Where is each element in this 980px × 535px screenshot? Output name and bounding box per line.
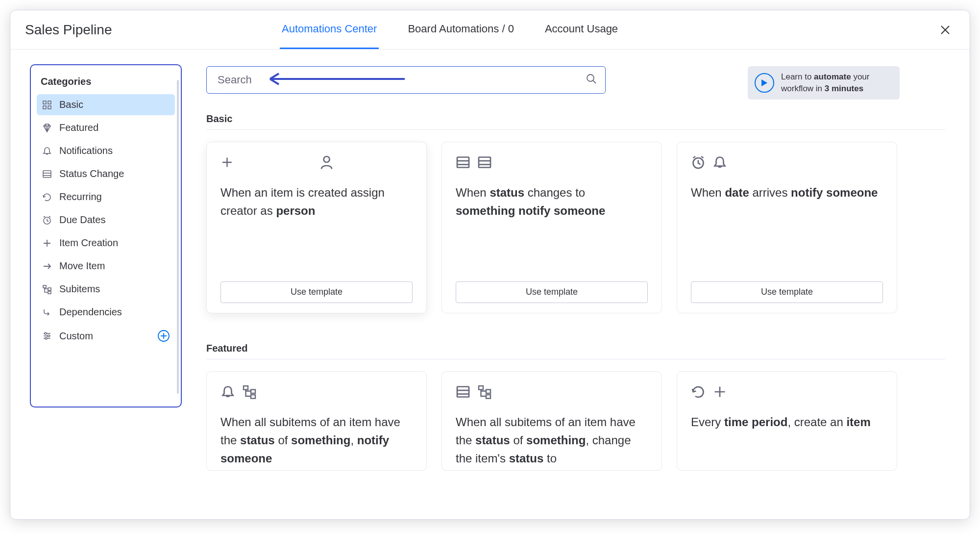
tab-account-usage[interactable]: Account Usage <box>543 10 620 49</box>
search-input[interactable] <box>206 66 606 94</box>
section-featured: Featured When all subitems of an item ha… <box>206 343 945 471</box>
t: of <box>275 433 291 447</box>
t: When <box>456 186 490 199</box>
svg-rect-10 <box>48 291 51 294</box>
card-icons <box>220 155 413 170</box>
template-card[interactable]: When all subitems of an item have the st… <box>441 371 662 471</box>
t: time period <box>724 415 787 429</box>
svg-point-12 <box>48 335 49 337</box>
section-title-featured: Featured <box>206 343 945 359</box>
search-wrap <box>206 66 606 94</box>
list-icon <box>477 155 492 170</box>
bell-icon <box>220 384 235 399</box>
tree-icon <box>42 284 52 295</box>
t: arrives <box>749 186 791 199</box>
sidebar-item-notifications[interactable]: Notifications <box>37 140 175 161</box>
t: item <box>846 415 870 429</box>
template-card[interactable]: When status changes to something notify … <box>441 142 662 313</box>
add-custom-icon[interactable] <box>157 330 170 342</box>
use-template-button[interactable]: Use template <box>456 281 648 303</box>
person-icon <box>241 155 413 170</box>
close-icon[interactable] <box>935 20 955 40</box>
card-icons <box>691 155 883 170</box>
bell-icon <box>42 146 52 156</box>
card-text: When status changes to something notify … <box>456 183 648 272</box>
use-template-button[interactable]: Use template <box>220 281 413 303</box>
card-text: When all subitems of an item have the st… <box>220 413 413 468</box>
svg-rect-9 <box>48 288 51 290</box>
search-icon <box>586 74 597 86</box>
t: changes to <box>524 186 585 199</box>
recurring-icon <box>42 192 52 203</box>
sidebar-item-item-creation[interactable]: Item Creation <box>37 232 175 254</box>
template-card[interactable]: When date arrives notify someone Use tem… <box>677 142 897 313</box>
sidebar-item-label: Custom <box>59 331 93 342</box>
t: When <box>691 186 725 199</box>
svg-rect-1 <box>48 101 51 104</box>
sidebar-item-due-dates[interactable]: Due Dates <box>37 209 175 230</box>
use-template-button[interactable]: Use template <box>691 281 883 303</box>
alarm-icon <box>691 155 706 170</box>
sidebar-item-label: Subitems <box>59 283 100 295</box>
t <box>550 204 554 217</box>
categories-sidebar: Categories Basic Featured <box>30 64 182 408</box>
promo-text: Learn to automate your workflow in 3 min… <box>781 71 869 95</box>
template-card[interactable]: When all subitems of an item have the st… <box>206 371 427 471</box>
tab-board-automations[interactable]: Board Automations / 0 <box>406 10 515 49</box>
sidebar-item-dependencies[interactable]: Dependencies <box>37 302 175 323</box>
sidebar-item-featured[interactable]: Featured <box>37 117 175 138</box>
svg-rect-4 <box>43 171 51 178</box>
sidebar-item-label: Basic <box>59 99 83 110</box>
alarm-icon <box>42 215 52 226</box>
svg-point-17 <box>323 156 329 162</box>
card-text: When date arrives notify someone <box>691 183 883 272</box>
t: status <box>490 186 524 199</box>
tree-icon <box>477 384 492 399</box>
t: to <box>543 452 557 465</box>
t: something <box>526 433 586 447</box>
sidebar-item-basic[interactable]: Basic <box>37 94 175 115</box>
template-card[interactable]: When an item is created assign creator a… <box>206 142 427 313</box>
template-card[interactable]: Every time period, create an item <box>677 371 897 471</box>
section-basic: Basic When an item is created assign cre… <box>206 113 945 313</box>
sidebar-item-subitems[interactable]: Subitems <box>37 279 175 300</box>
t: notify <box>791 186 823 199</box>
sidebar-scrollbar[interactable] <box>177 80 179 394</box>
t: something <box>291 433 350 447</box>
sidebar-item-status-change[interactable]: Status Change <box>37 163 175 184</box>
basic-cards: When an item is created assign creator a… <box>206 142 945 313</box>
svg-rect-8 <box>43 285 46 288</box>
sliders-icon <box>42 331 52 341</box>
sidebar-item-label: Due Dates <box>59 214 106 226</box>
list-icon <box>456 155 470 170</box>
t: someone <box>554 204 605 217</box>
svg-rect-3 <box>48 106 51 109</box>
svg-point-13 <box>45 337 47 339</box>
sidebar-item-custom[interactable]: Custom <box>37 325 175 347</box>
svg-rect-33 <box>486 395 490 399</box>
dependency-icon <box>42 307 52 318</box>
promo-t1: Learn to <box>781 72 814 81</box>
learn-automate-promo[interactable]: Learn to automate your workflow in 3 min… <box>748 66 900 100</box>
list-icon <box>456 384 470 399</box>
plus-icon <box>42 238 52 249</box>
play-icon <box>755 73 774 93</box>
plus-icon <box>220 155 234 170</box>
card-icons <box>691 384 883 399</box>
featured-cards: When all subitems of an item have the st… <box>206 371 945 471</box>
svg-rect-26 <box>251 389 255 393</box>
svg-point-15 <box>587 75 594 81</box>
topbar: Sales Pipeline Automations Center Board … <box>10 10 970 50</box>
sidebar-item-recurring[interactable]: Recurring <box>37 186 175 207</box>
card-text: Every time period, create an item <box>691 413 883 468</box>
card-icons <box>220 384 413 399</box>
grid-icon <box>42 100 52 110</box>
svg-rect-25 <box>244 386 248 390</box>
sidebar-item-label: Move Item <box>59 260 105 272</box>
t: something <box>456 204 515 217</box>
recurring-icon <box>691 384 706 399</box>
card-icons <box>456 384 648 399</box>
t: Every <box>691 415 724 429</box>
tab-automations-center[interactable]: Automations Center <box>280 10 379 49</box>
sidebar-item-move-item[interactable]: Move Item <box>37 255 175 277</box>
